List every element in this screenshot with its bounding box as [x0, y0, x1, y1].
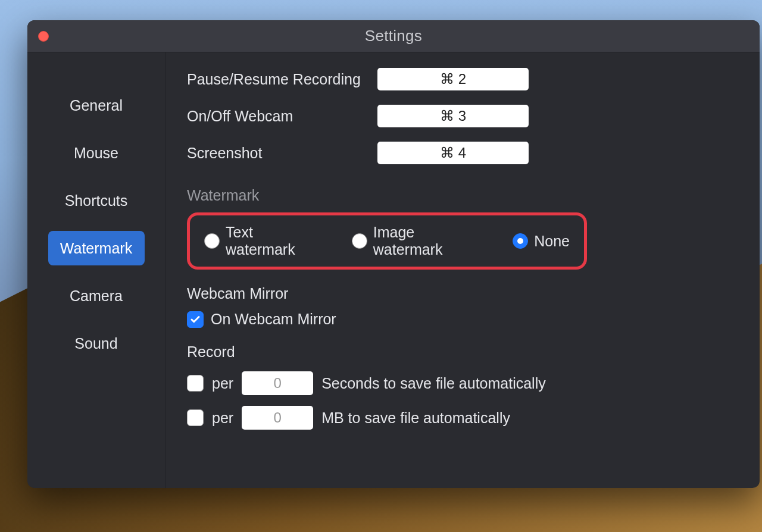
webcam-mirror-header: Webcam Mirror: [187, 285, 738, 302]
radio-text-watermark[interactable]: Text watermark: [204, 224, 322, 258]
sidebar-item-camera[interactable]: Camera: [48, 278, 145, 313]
shortcut-field-webcam[interactable]: ⌘ 3: [377, 105, 529, 127]
per-label: per: [212, 375, 233, 392]
shortcut-row: Pause/Resume Recording ⌘ 2: [187, 61, 738, 98]
titlebar: Settings: [27, 20, 760, 52]
shortcut-row: Screenshot ⌘ 4: [187, 134, 738, 171]
record-mb-input[interactable]: 0: [242, 406, 313, 430]
shortcut-label: Screenshot: [187, 145, 377, 162]
record-mb-row: per 0 MB to save file automatically: [187, 406, 738, 430]
sidebar-item-shortcuts[interactable]: Shortcuts: [48, 183, 145, 218]
shortcut-row: On/Off Webcam ⌘ 3: [187, 98, 738, 134]
webcam-mirror-checkbox-row: On Webcam Mirror: [187, 311, 738, 328]
radio-label: Text watermark: [226, 224, 322, 258]
webcam-mirror-checkbox[interactable]: [187, 311, 204, 328]
radio-label: Image watermark: [373, 224, 483, 258]
sidebar: General Mouse Shortcuts Watermark Camera…: [27, 52, 165, 488]
radio-none[interactable]: None: [513, 233, 570, 250]
record-seconds-suffix: Seconds to save file automatically: [321, 375, 546, 392]
radio-image-watermark[interactable]: Image watermark: [352, 224, 483, 258]
shortcut-label: On/Off Webcam: [187, 108, 377, 125]
settings-window: Settings General Mouse Shortcuts Waterma…: [27, 20, 760, 488]
record-header: Record: [187, 343, 738, 361]
check-icon: [190, 314, 201, 325]
record-seconds-input[interactable]: 0: [242, 371, 313, 395]
traffic-lights: [38, 31, 49, 42]
close-window-button[interactable]: [38, 31, 49, 42]
watermark-radio-group: Text watermark Image watermark None: [187, 212, 587, 270]
radio-label: None: [534, 233, 570, 250]
sidebar-item-watermark[interactable]: Watermark: [48, 231, 145, 265]
radio-icon: [513, 233, 528, 249]
shortcut-field-screenshot[interactable]: ⌘ 4: [377, 142, 529, 164]
sidebar-item-mouse[interactable]: Mouse: [48, 136, 145, 170]
sidebar-item-general[interactable]: General: [48, 88, 145, 123]
sidebar-item-sound[interactable]: Sound: [48, 326, 145, 361]
per-label: per: [212, 409, 233, 427]
watermark-header: Watermark: [187, 187, 738, 204]
radio-icon: [204, 233, 220, 249]
shortcut-field-pause[interactable]: ⌘ 2: [377, 68, 529, 90]
record-seconds-checkbox[interactable]: [187, 375, 204, 392]
shortcut-label: Pause/Resume Recording: [187, 71, 377, 88]
record-seconds-row: per 0 Seconds to save file automatically: [187, 371, 738, 395]
window-title: Settings: [27, 27, 760, 45]
radio-icon: [352, 233, 367, 249]
main-panel: Pause/Resume Recording ⌘ 2 On/Off Webcam…: [165, 52, 760, 488]
webcam-mirror-label: On Webcam Mirror: [211, 311, 336, 328]
record-mb-suffix: MB to save file automatically: [321, 409, 510, 427]
record-mb-checkbox[interactable]: [187, 409, 204, 426]
window-body: General Mouse Shortcuts Watermark Camera…: [27, 52, 760, 488]
